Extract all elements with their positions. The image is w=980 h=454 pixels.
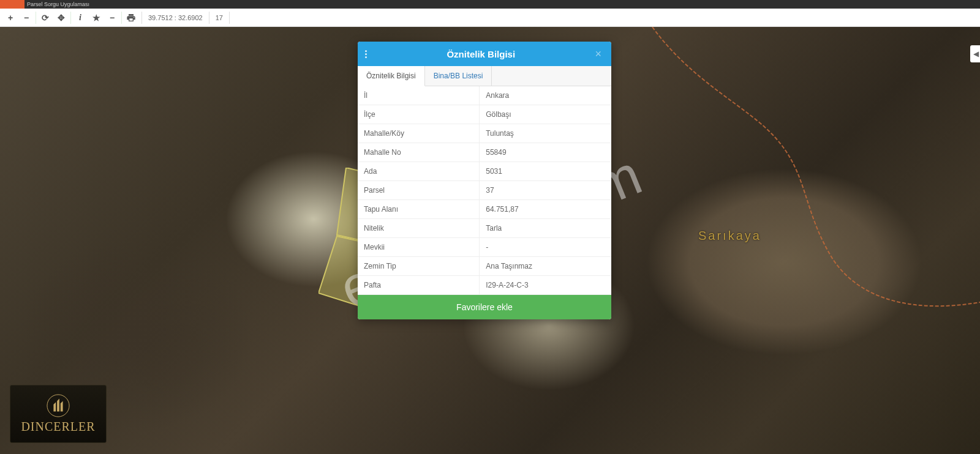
attr-value: Ankara: [480, 86, 611, 105]
attr-label: Pafta: [358, 276, 480, 295]
move-icon[interactable]: ✥: [53, 10, 69, 26]
attr-value: Tuluntaş: [480, 124, 611, 143]
zoom-out-icon[interactable]: −: [18, 10, 34, 26]
attr-label: Zemin Tip: [358, 257, 480, 276]
map-viewport[interactable]: Sarıkaya emlakjet.com ◀ DINCERLER Öznite…: [0, 27, 980, 454]
logo-icon: [47, 394, 70, 417]
print-icon[interactable]: [123, 10, 139, 26]
modal-title: Öznitelik Bilgisi: [369, 49, 592, 59]
attr-value: 37: [480, 181, 611, 200]
attr-value: 5031: [480, 162, 611, 181]
table-row: PaftaI29-A-24-C-3: [358, 276, 611, 295]
table-row: Mahalle/KöyTuluntaş: [358, 124, 611, 143]
attr-label: Mevkii: [358, 238, 480, 257]
attr-value: Tarla: [480, 219, 611, 238]
logo-text: DINCERLER: [21, 420, 95, 434]
attribute-info-modal: Öznitelik Bilgisi × Öznitelik Bilgisi Bi…: [358, 42, 611, 319]
info-icon[interactable]: i: [72, 10, 88, 26]
app-header: Parsel Sorgu Uygulaması: [0, 0, 980, 9]
attr-label: Parsel: [358, 181, 480, 200]
expand-panel-button[interactable]: ◀: [970, 45, 980, 62]
attr-label: Ada: [358, 162, 480, 181]
attr-value: Ana Taşınmaz: [480, 257, 611, 276]
table-row: Ada5031: [358, 162, 611, 181]
attr-value: I29-A-24-C-3: [480, 276, 611, 295]
table-row: Mahalle No55849: [358, 143, 611, 162]
close-icon[interactable]: ×: [592, 48, 604, 61]
table-row: Zemin TipAna Taşınmaz: [358, 257, 611, 276]
attr-label: Tapu Alanı: [358, 200, 480, 219]
attr-label: Mahalle/Köy: [358, 124, 480, 143]
attr-label: Nitelik: [358, 219, 480, 238]
toolbar: + − ⟳ ✥ i ★ − 39.7512 : 32.6902 17: [0, 9, 980, 27]
toolbar-separator: [121, 12, 122, 24]
table-row: NitelikTarla: [358, 219, 611, 238]
attr-label: İl: [358, 86, 480, 105]
attr-label: İlçe: [358, 105, 480, 124]
table-row: Tapu Alanı64.751,87: [358, 200, 611, 219]
star-icon[interactable]: ★: [88, 10, 104, 26]
modal-header: Öznitelik Bilgisi ×: [358, 42, 611, 66]
table-row: İlAnkara: [358, 86, 611, 105]
company-logo: DINCERLER: [10, 385, 107, 443]
zoom-in-icon[interactable]: +: [2, 10, 18, 26]
attr-value: 64.751,87: [480, 200, 611, 219]
zoom-level-display: 17: [209, 12, 230, 24]
drag-handle-icon[interactable]: [365, 50, 367, 58]
table-row: Parsel37: [358, 181, 611, 200]
attr-label: Mahalle No: [358, 143, 480, 162]
place-label-sarikaya: Sarıkaya: [698, 229, 761, 243]
minus-icon[interactable]: −: [104, 10, 120, 26]
app-title: Parsel Sorgu Uygulaması: [24, 0, 89, 9]
attr-value: 55849: [480, 143, 611, 162]
tab-bina-list[interactable]: Bina/BB Listesi: [425, 66, 492, 86]
add-favorite-button[interactable]: Favorilere ekle: [358, 295, 611, 319]
toolbar-separator: [70, 12, 71, 24]
coordinates-display: 39.7512 : 32.6902: [141, 12, 209, 24]
attribute-table: İlAnkaraİlçeGölbaşıMahalle/KöyTuluntaşMa…: [358, 86, 611, 295]
attr-value: -: [480, 238, 611, 257]
toolbar-separator: [36, 12, 36, 24]
header-accent: [0, 0, 24, 9]
table-row: İlçeGölbaşı: [358, 105, 611, 124]
attr-value: Gölbaşı: [480, 105, 611, 124]
tab-attributes[interactable]: Öznitelik Bilgisi: [358, 66, 425, 86]
refresh-icon[interactable]: ⟳: [37, 10, 53, 26]
table-row: Mevkii-: [358, 238, 611, 257]
modal-tabs: Öznitelik Bilgisi Bina/BB Listesi: [358, 66, 611, 86]
